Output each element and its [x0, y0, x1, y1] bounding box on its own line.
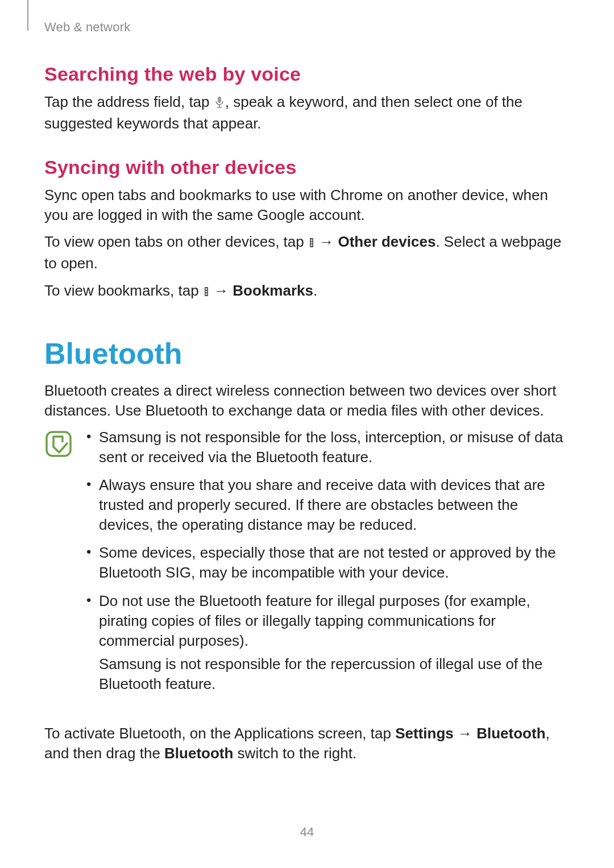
text-fragment: .	[313, 282, 317, 299]
note-icon	[44, 430, 73, 460]
note-text: Some devices, especially those that are …	[99, 544, 556, 581]
text-fragment: To activate Bluetooth, on the Applicatio…	[44, 725, 395, 742]
list-item: Always ensure that you share and receive…	[82, 475, 570, 535]
text-fragment: To view open tabs on other devices, tap	[44, 233, 308, 250]
arrow-text: →	[210, 282, 233, 299]
list-item: Some devices, especially those that are …	[82, 543, 570, 583]
text-fragment: To view bookmarks, tap	[44, 282, 203, 299]
overflow-menu-icon	[309, 234, 314, 254]
svg-rect-6	[310, 244, 312, 246]
svg-rect-5	[310, 242, 312, 244]
paragraph-other-devices: To view open tabs on other devices, tap …	[44, 232, 570, 273]
menu-item-bookmarks: Bookmarks	[233, 282, 313, 299]
note-text: Do not use the Bluetooth feature for ill…	[99, 592, 530, 649]
note-text: Always ensure that you share and receive…	[99, 476, 545, 533]
text-fragment: Tap the address field, tap	[44, 93, 214, 110]
paragraph-sync-intro: Sync open tabs and bookmarks to use with…	[44, 185, 570, 225]
svg-rect-8	[205, 288, 207, 290]
arrow-text: →	[454, 725, 476, 742]
text-fragment: switch to the right.	[233, 745, 356, 762]
running-header: Web & network	[44, 20, 570, 35]
paragraph-bookmarks: To view bookmarks, tap → Bookmarks.	[44, 281, 570, 302]
menu-item-other-devices: Other devices	[338, 233, 435, 250]
heading-bluetooth: Bluetooth	[44, 337, 570, 371]
arrow-text: →	[315, 233, 338, 250]
app-bluetooth: Bluetooth	[476, 725, 545, 742]
heading-searching-web-by-voice: Searching the web by voice	[44, 63, 570, 85]
overflow-menu-icon	[204, 283, 209, 302]
note-list: Samsung is not responsible for the loss,…	[82, 427, 570, 702]
paragraph-activate-bluetooth: To activate Bluetooth, on the Applicatio…	[44, 724, 570, 763]
paragraph-voice-search: Tap the address field, tap , speak a key…	[44, 92, 570, 134]
note-text: Samsung is not responsible for the reper…	[99, 654, 570, 694]
app-settings: Settings	[395, 725, 454, 742]
header-tab-mark	[27, 0, 28, 31]
mic-icon	[214, 94, 225, 114]
note-text: Samsung is not responsible for the loss,…	[99, 429, 563, 466]
svg-rect-10	[205, 293, 207, 295]
heading-syncing-devices: Syncing with other devices	[44, 156, 570, 178]
list-item: Samsung is not responsible for the loss,…	[82, 427, 570, 467]
list-item: Do not use the Bluetooth feature for ill…	[82, 591, 570, 694]
note-block: Samsung is not responsible for the loss,…	[44, 427, 570, 702]
svg-rect-9	[205, 290, 207, 292]
svg-rect-0	[218, 97, 221, 103]
page-number: 44	[0, 825, 614, 840]
svg-rect-4	[310, 239, 312, 241]
switch-bluetooth: Bluetooth	[164, 745, 233, 762]
manual-page: Web & network Searching the web by voice…	[0, 0, 614, 868]
paragraph-bluetooth-intro: Bluetooth creates a direct wireless conn…	[44, 381, 570, 421]
